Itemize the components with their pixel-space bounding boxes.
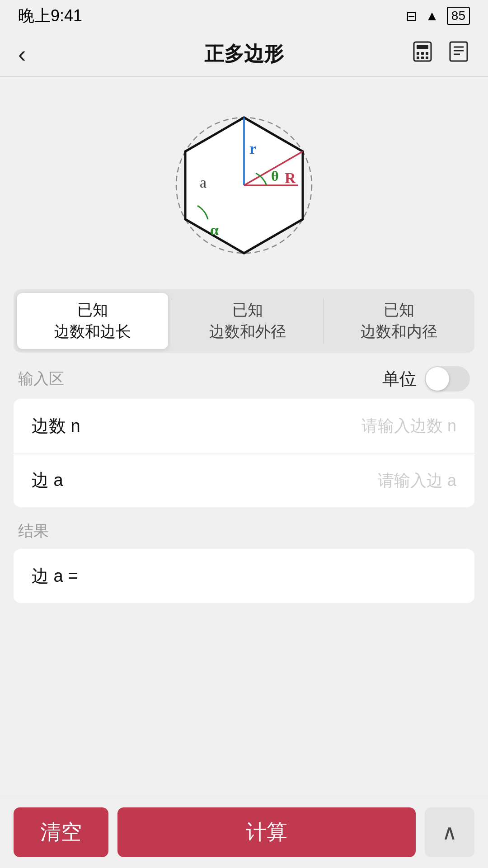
book-icon[interactable] xyxy=(447,40,470,68)
svg-text:a: a xyxy=(200,174,206,191)
svg-text:α: α xyxy=(210,222,219,238)
svg-text:R: R xyxy=(285,170,296,186)
unit-label: 单位 xyxy=(382,368,417,391)
header: ‹ 正多边形 xyxy=(0,32,488,77)
status-bar: 晚上9:41 ⊟ ▲ 85 xyxy=(0,0,488,32)
collapse-button[interactable]: ∧ xyxy=(425,807,474,857)
result-section-label: 结果 xyxy=(0,507,488,549)
input-row-sides: 边数 n xyxy=(14,399,474,453)
battery-level: 85 xyxy=(447,7,470,25)
back-button[interactable]: ‹ xyxy=(18,42,26,66)
input-row-side-a: 边 a xyxy=(14,453,474,507)
svg-rect-7 xyxy=(426,57,428,59)
tab-sides-outer[interactable]: 已知 边数和外径 xyxy=(172,289,323,353)
calculate-button[interactable]: 计算 xyxy=(117,807,416,857)
tab-sides-inner[interactable]: 已知 边数和内径 xyxy=(324,289,474,353)
diagram-area: r R θ α a xyxy=(0,77,488,289)
result-card: 边 a = xyxy=(14,549,474,603)
header-actions xyxy=(411,40,470,68)
input-section-header: 输入区 单位 xyxy=(0,353,488,399)
svg-rect-2 xyxy=(417,52,419,55)
sides-input[interactable] xyxy=(122,416,456,435)
status-icons: ⊟ ▲ 85 xyxy=(406,7,470,25)
svg-rect-6 xyxy=(421,57,424,59)
clear-button[interactable]: 清空 xyxy=(14,807,108,857)
svg-text:θ: θ xyxy=(271,168,279,184)
result-row-a: 边 a = xyxy=(14,549,474,603)
battery-icon: ⊟ xyxy=(406,8,417,24)
svg-rect-5 xyxy=(417,57,419,59)
bottom-bar: 清空 计算 ∧ xyxy=(0,796,488,868)
calculator-icon[interactable] xyxy=(411,40,434,68)
page-title: 正多边形 xyxy=(204,41,284,67)
polygon-diagram: r R θ α a xyxy=(149,95,339,276)
unit-toggle[interactable] xyxy=(425,366,470,392)
toggle-knob xyxy=(426,367,449,391)
result-a-label: 边 a = xyxy=(32,565,78,588)
tab-sides-length[interactable]: 已知 边数和边长 xyxy=(17,293,168,349)
svg-rect-3 xyxy=(421,52,424,55)
svg-text:r: r xyxy=(249,140,256,157)
sides-label: 边数 n xyxy=(32,415,122,438)
side-a-label: 边 a xyxy=(32,469,122,492)
status-time: 晚上9:41 xyxy=(18,5,82,27)
svg-rect-8 xyxy=(450,42,467,61)
svg-rect-1 xyxy=(417,45,428,49)
side-a-input[interactable] xyxy=(122,471,456,490)
tabs-container: 已知 边数和边长 已知 边数和外径 已知 边数和内径 xyxy=(14,289,474,353)
svg-rect-4 xyxy=(426,52,428,55)
wifi-icon: ▲ xyxy=(425,8,439,24)
unit-row: 单位 xyxy=(382,366,470,392)
input-section-label: 输入区 xyxy=(18,368,64,389)
input-card: 边数 n 边 a xyxy=(14,399,474,507)
